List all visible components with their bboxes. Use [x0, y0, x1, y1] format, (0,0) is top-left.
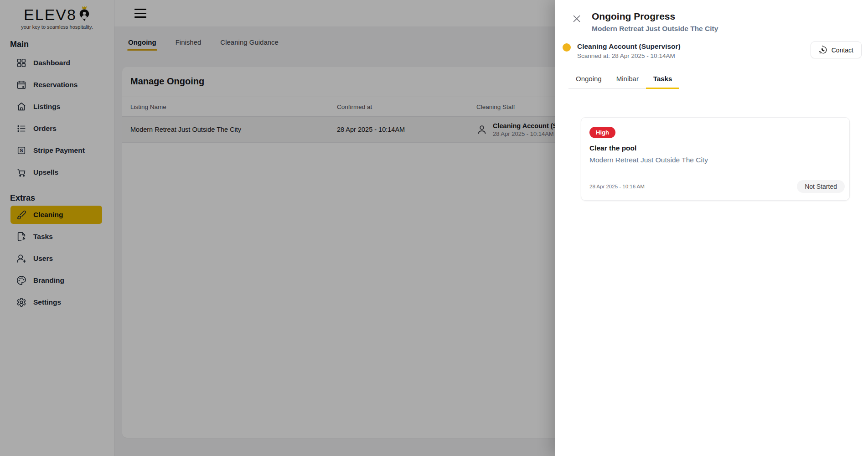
- ongoing-progress-drawer: Ongoing Progress Modern Retreat Just Out…: [555, 0, 868, 456]
- close-icon[interactable]: [571, 13, 583, 25]
- status-dot: [563, 43, 571, 52]
- drawer-subtitle: Modern Retreat Just Outside The City: [592, 25, 718, 33]
- staff-name: Cleaning Account (Supervisor): [577, 42, 681, 51]
- staff-summary: Cleaning Account (Supervisor) Scanned at…: [563, 42, 681, 59]
- app-root: ELEV8 your key to seamless hospitality. …: [0, 0, 868, 456]
- contact-label: Contact: [832, 47, 853, 54]
- task-listing: Modern Retreat Just Outside The City: [589, 156, 841, 164]
- drawer-tab-ongoing[interactable]: Ongoing: [568, 71, 609, 89]
- drawer-tabs: Ongoing Minibar Tasks: [568, 71, 679, 89]
- task-footer: 28 Apr 2025 - 10:16 AM Not Started: [589, 180, 845, 193]
- whatsapp-icon: [819, 46, 827, 54]
- scanned-at: Scanned at: 28 Apr 2025 - 10:14AM: [577, 52, 681, 59]
- drawer-tab-tasks[interactable]: Tasks: [646, 71, 679, 89]
- drawer-title: Ongoing Progress: [592, 11, 718, 22]
- drawer-header: Ongoing Progress Modern Retreat Just Out…: [592, 11, 718, 33]
- task-card[interactable]: High Clear the pool Modern Retreat Just …: [581, 117, 850, 201]
- status-badge: Not Started: [797, 180, 845, 193]
- contact-button[interactable]: Contact: [811, 41, 862, 58]
- drawer-backdrop[interactable]: [0, 0, 555, 456]
- task-time: 28 Apr 2025 - 10:16 AM: [589, 184, 645, 189]
- priority-badge: High: [589, 127, 615, 138]
- drawer-tab-minibar[interactable]: Minibar: [609, 71, 646, 89]
- task-title: Clear the pool: [589, 144, 841, 152]
